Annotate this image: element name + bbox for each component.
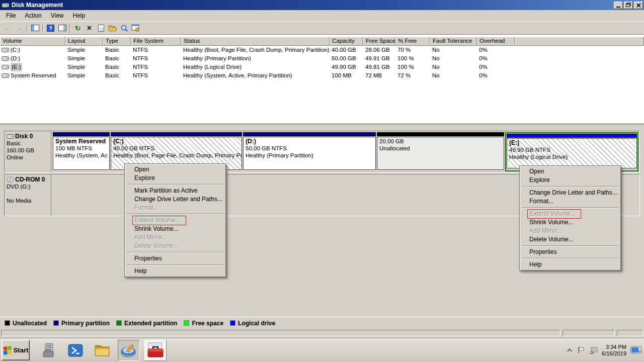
properties-button[interactable] [95, 23, 107, 33]
folder-icon [94, 343, 110, 357]
disk0-type: Basic [7, 140, 49, 147]
menu-item-open[interactable]: Open [521, 167, 620, 176]
start-button[interactable]: Start [2, 340, 30, 360]
show-console-tree-button[interactable] [29, 23, 41, 33]
window-title: Disk Management [12, 2, 614, 9]
column-header-volume[interactable]: Volume [0, 37, 65, 46]
clock[interactable]: 3:34 PM 6/16/2019 [602, 344, 626, 357]
partition-system-reserved[interactable]: System Reserved 100 MB NTFS Healthy (Sys… [53, 132, 110, 171]
volume-row-system-reserved[interactable]: System Reserved Simple Basic NTFS Health… [0, 71, 644, 80]
taskbar-icons [38, 340, 167, 361]
help-icon: ? [47, 25, 54, 32]
partition-d[interactable]: (D:) 50.00 GB NTFS Healthy (Primary Part… [243, 132, 376, 171]
delete-button[interactable]: × [84, 23, 95, 33]
toolbar: ← → ? ↻ × [0, 22, 644, 35]
close-icon [636, 3, 641, 8]
volume-row-c[interactable]: (C:) Simple Basic NTFS Healthy (Boot, Pa… [0, 46, 644, 54]
disk0-state: Online [7, 154, 49, 161]
menu-item-open[interactable]: Open [126, 165, 225, 174]
minimize-button[interactable] [614, 2, 623, 9]
delete-icon: × [87, 24, 92, 32]
column-header-filler [515, 37, 644, 46]
close-button[interactable] [634, 2, 643, 9]
find-button[interactable] [118, 23, 130, 33]
tray-date: 6/16/2019 [602, 350, 626, 357]
menu-item-shrink-volume[interactable]: Shrink Volume... [126, 225, 225, 233]
properties-icon [98, 25, 104, 32]
menu-item-properties[interactable]: Properties [126, 254, 225, 263]
legend-swatch-primary-partition [53, 320, 59, 326]
column-header-type[interactable]: Type [103, 37, 131, 46]
menu-separator [522, 258, 619, 259]
menu-item-add-mirror: Add Mirror... [126, 233, 225, 242]
restore-button[interactable] [624, 2, 633, 9]
manage-extension-button[interactable] [130, 23, 141, 33]
cdrom0-type: DVD (G:) [7, 183, 49, 190]
partition-color-strip [53, 132, 110, 136]
volume-row-d[interactable]: (D:) Simple Basic NTFS Healthy (Primary … [0, 54, 644, 63]
menu-item-delete-volume[interactable]: Delete Volume... [521, 235, 620, 244]
refresh-button[interactable]: ↻ [72, 23, 84, 33]
column-header-overhead[interactable]: Overhead [477, 37, 515, 46]
back-button[interactable]: ← [2, 23, 14, 33]
legend-item-free-space: Free space [184, 320, 223, 327]
tray-time: 3:34 PM [602, 344, 626, 350]
volume-row-e[interactable]: (E:) Simple Basic NTFS Healthy (Logical … [0, 63, 644, 71]
menu-item-help[interactable]: Help [126, 267, 225, 276]
menu-separator [127, 252, 224, 253]
network-icon[interactable] [589, 346, 598, 354]
help-button[interactable]: ? [45, 23, 56, 33]
action-center-flag-icon[interactable] [577, 346, 585, 354]
partition-unallocated[interactable]: 20.00 GB Unallocated [377, 132, 504, 171]
title-bar[interactable]: Disk Management [0, 0, 644, 10]
partition-color-strip [377, 132, 504, 136]
cdrom0-panel[interactable]: CD-ROM 0 DVD (G:) No Media [5, 174, 51, 216]
disk0-panel[interactable]: Disk 0 Basic 160.00 GB Online [5, 131, 51, 172]
show-hidden-icons-chevron-icon[interactable] [566, 347, 573, 354]
column-header-status[interactable]: Status [181, 37, 330, 46]
menu-item-properties[interactable]: Properties [521, 248, 620, 256]
menu-item-change-drive-letter[interactable]: Change Drive Letter and Paths... [521, 189, 620, 197]
menu-item-add-mirror: Add Mirror... [521, 227, 620, 235]
disk-management-icon [2, 2, 10, 9]
forward-button[interactable]: → [14, 23, 25, 33]
taskbar-powershell-button[interactable] [64, 340, 87, 361]
partition-color-strip [111, 132, 242, 136]
menu-action[interactable]: Action [20, 11, 46, 21]
toolbar-separator [27, 24, 28, 33]
column-header-capacity[interactable]: Capacity [330, 37, 363, 46]
menu-file[interactable]: File [2, 11, 20, 21]
taskbar-server-manager-button[interactable] [38, 340, 60, 361]
menu-item-explore[interactable]: Explore [521, 176, 620, 185]
open-button[interactable] [107, 23, 118, 33]
menu-item-help[interactable]: Help [521, 260, 620, 269]
console-tree-icon [31, 25, 39, 31]
status-bar [0, 329, 644, 338]
status-panel [1, 330, 560, 336]
menu-help[interactable]: Help [68, 11, 90, 21]
legend-swatch-unallocated [5, 320, 10, 326]
column-header-fault-tolerance[interactable]: Fault Tolerance [430, 37, 477, 46]
taskbar-file-explorer-button[interactable] [91, 340, 113, 361]
legend: Unallocated Primary partition Extended p… [0, 317, 644, 329]
menu-item-shrink-volume[interactable]: Shrink Volume... [521, 218, 620, 227]
column-header-pct-free[interactable]: % Free [395, 37, 430, 46]
action-pane-icon [58, 25, 66, 31]
splitter[interactable] [0, 124, 644, 128]
column-header-free-space[interactable]: Free Space [363, 37, 395, 46]
column-header-layout[interactable]: Layout [65, 37, 103, 46]
display-icon[interactable] [630, 346, 642, 355]
show-action-pane-button[interactable] [56, 23, 68, 33]
taskbar-toolbox-button[interactable] [144, 340, 167, 361]
back-icon: ← [4, 24, 12, 32]
menu-view[interactable]: View [46, 11, 68, 21]
taskbar-disk-management-button[interactable] [118, 340, 140, 361]
menu-item-change-drive-letter[interactable]: Change Drive Letter and Paths... [126, 195, 225, 204]
volume-icon [2, 56, 9, 61]
menu-item-explore[interactable]: Explore [126, 174, 225, 183]
menu-item-format[interactable]: Format... [521, 197, 620, 206]
column-header-file-system[interactable]: File System [131, 37, 181, 46]
extend-volume-annotation-box: Extend Volume... [132, 216, 186, 225]
menu-item-mark-partition-active[interactable]: Mark Partition as Active [126, 187, 225, 195]
window-gear-icon [131, 24, 140, 32]
